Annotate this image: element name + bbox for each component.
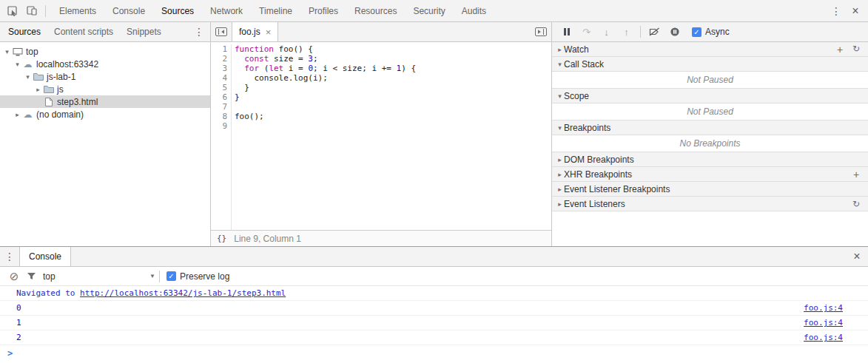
async-checkbox[interactable]: ✓ (692, 27, 702, 37)
console-source-link[interactable]: foo.js:4 (804, 318, 843, 328)
collapsed-icon[interactable]: ▸ (34, 86, 42, 93)
code-line[interactable]: function foo() { (235, 44, 551, 54)
navigator-tab-content-scripts[interactable]: Content scripts (47, 22, 120, 41)
step-into-icon[interactable]: ↓ (596, 23, 616, 41)
expanded-icon[interactable]: ▾ (13, 61, 21, 68)
pause-on-exceptions-icon[interactable] (665, 23, 684, 41)
line-number[interactable]: 1 (211, 44, 227, 54)
logged-value: 0 (16, 303, 21, 313)
navigator-tab-sources[interactable]: Sources (1, 22, 47, 41)
navigator-overflow-menu-icon[interactable]: ⋮ (189, 22, 209, 41)
code-line[interactable] (235, 102, 551, 112)
tab-console-drawer[interactable]: Console (19, 247, 71, 266)
close-drawer-icon[interactable]: × (846, 247, 868, 266)
section-header-dom-breakpoints[interactable]: ▸DOM Breakpoints (552, 152, 868, 167)
code-line[interactable]: const size = 3; (235, 54, 551, 64)
cloud-icon: ☁ (21, 60, 34, 69)
tab-security[interactable]: Security (405, 0, 453, 21)
prompt-chevron-icon: > (7, 348, 13, 359)
console-prompt[interactable]: > (0, 345, 868, 359)
clear-console-icon[interactable]: ⊘ (6, 270, 22, 283)
step-over-icon[interactable]: ↷ (576, 23, 596, 41)
tree-item-js-lab-1[interactable]: ▾js-lab-1 (0, 70, 210, 83)
section-header-breakpoints[interactable]: ▾Breakpoints (552, 121, 868, 135)
section-header-watch[interactable]: ▸Watch+↻ (552, 42, 868, 57)
line-number[interactable]: 8 (211, 112, 227, 121)
section-header-call-stack[interactable]: ▾Call Stack (552, 57, 868, 72)
collapsed-icon: ▸ (556, 186, 564, 193)
tab-sources[interactable]: Sources (153, 0, 202, 21)
tab-network[interactable]: Network (202, 0, 251, 21)
navigator-tabs: SourcesContent scriptsSnippets (1, 22, 168, 41)
section-header-xhr-breakpoints[interactable]: ▸XHR Breakpoints+ (552, 167, 868, 182)
execution-context-selector[interactable]: top ▼ (43, 271, 155, 282)
tab-profiles[interactable]: Profiles (300, 0, 346, 21)
devtools-window: ElementsConsoleSourcesNetworkTimelinePro… (0, 0, 868, 363)
expanded-icon[interactable]: ▾ (24, 73, 32, 81)
code-line[interactable]: for (let i = 0; i < size; i += 1) { (235, 64, 551, 73)
section-placeholder-text: Not Paused (552, 104, 868, 121)
navigator-tab-snippets[interactable]: Snippets (120, 22, 168, 41)
preserve-log-checkbox[interactable]: ✓ (166, 271, 176, 281)
tree-item-localhost-63342[interactable]: ▾☁localhost:63342 (0, 58, 210, 70)
code-editor[interactable]: 123456789 function foo() { const size = … (211, 42, 551, 230)
refresh-icon[interactable]: ↻ (850, 44, 862, 55)
tree-item-no-domain[interactable]: ▸☁(no domain) (0, 108, 210, 121)
section-call-stack: ▾Call StackNot Paused (552, 57, 868, 89)
step-out-icon[interactable]: ↑ (616, 23, 636, 41)
code-line[interactable]: } (235, 92, 551, 102)
toggle-debugger-sidebar-icon[interactable] (531, 22, 551, 41)
line-number[interactable]: 7 (211, 102, 227, 112)
expanded-icon: ▾ (556, 61, 564, 68)
line-number[interactable]: 4 (211, 73, 227, 83)
console-source-link[interactable]: foo.js:4 (804, 333, 843, 342)
section-header-event-listener-breakpoints[interactable]: ▸Event Listener Breakpoints (552, 182, 868, 197)
line-number[interactable]: 2 (211, 54, 227, 64)
cursor-position-text: Line 9, Column 1 (234, 234, 301, 244)
device-toolbar-icon[interactable] (22, 1, 41, 21)
pause-script-icon[interactable] (556, 23, 576, 41)
filter-icon[interactable] (22, 272, 40, 281)
add-icon[interactable]: + (850, 169, 862, 180)
tab-close-icon[interactable]: × (266, 27, 272, 38)
navigator-pane: SourcesContent scriptsSnippets ⋮ ▾top▾☁l… (0, 22, 211, 246)
tab-timeline[interactable]: Timeline (251, 0, 300, 21)
console-source-link[interactable]: foo.js:4 (804, 303, 843, 313)
section-header-event-listeners[interactable]: ▸Event Listeners↻ (552, 197, 868, 211)
line-number[interactable]: 5 (211, 83, 227, 92)
deactivate-breakpoints-icon[interactable] (645, 23, 665, 41)
section-dom-breakpoints: ▸DOM Breakpoints (552, 152, 868, 167)
console-message-text: Navigated to http://localhost:63342/js-l… (16, 288, 286, 298)
drawer-overflow-menu-icon[interactable]: ⋮ (0, 247, 19, 266)
tab-elements[interactable]: Elements (51, 0, 104, 21)
expanded-icon[interactable]: ▾ (3, 48, 11, 55)
code-line[interactable]: foo(); (235, 112, 551, 121)
code-line[interactable]: console.log(i); (235, 73, 551, 83)
tab-console[interactable]: Console (104, 0, 153, 21)
editor-tab-foojs[interactable]: foo.js × (232, 22, 278, 41)
add-icon[interactable]: + (834, 44, 846, 55)
tree-item-top[interactable]: ▾top (0, 45, 210, 58)
tree-item-label: step3.html (55, 97, 98, 107)
tab-audits[interactable]: Audits (454, 0, 494, 21)
overflow-menu-icon[interactable]: ⋮ (827, 1, 846, 21)
expanded-icon: ▾ (556, 92, 564, 100)
collapsed-icon[interactable]: ▸ (13, 111, 21, 118)
tree-item-label: js (55, 84, 64, 95)
code-line[interactable] (235, 121, 551, 131)
line-number[interactable]: 6 (211, 92, 227, 102)
code-line[interactable]: } (235, 83, 551, 92)
pretty-print-icon[interactable]: {} (217, 234, 226, 243)
refresh-icon[interactable]: ↻ (850, 199, 862, 209)
section-header-scope[interactable]: ▾Scope (552, 89, 868, 104)
tab-resources[interactable]: Resources (346, 0, 405, 21)
tree-item-js[interactable]: ▸js (0, 83, 210, 95)
cloud-icon: ☁ (21, 110, 34, 119)
toggle-navigator-sidebar-icon[interactable] (211, 22, 232, 41)
message-url-link[interactable]: http://localhost:63342/js-lab-1/step3.ht… (80, 288, 286, 298)
tree-item-step3-html[interactable]: step3.html (0, 95, 210, 108)
line-number[interactable]: 9 (211, 121, 227, 131)
line-number[interactable]: 3 (211, 64, 227, 73)
inspect-element-icon[interactable] (3, 1, 22, 21)
close-devtools-icon[interactable]: × (846, 1, 865, 21)
